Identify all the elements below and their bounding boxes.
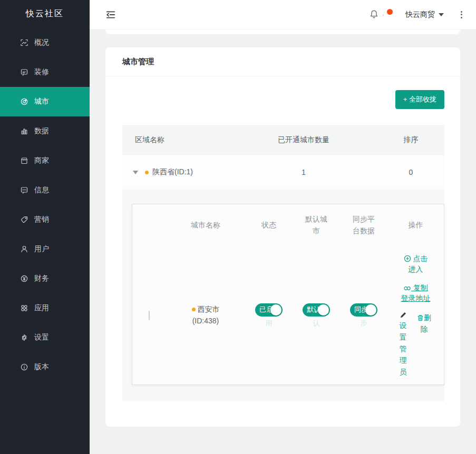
sidebar-item-label: 数据: [34, 126, 49, 136]
main-area: · 快云商贸 城市管理 + 全部收拢: [90, 0, 476, 454]
page-content: 城市管理 + 全部收拢 区域名称 已开通城市数量 排序: [90, 29, 476, 454]
sidebar-item-finance[interactable]: 财务: [0, 264, 90, 293]
city-table-header: 城市名称 状态 默认城市 同步平台数据 操作: [132, 204, 444, 246]
actions-bottom-row: 设置管理员 删除: [399, 312, 433, 378]
pencil-icon: [400, 312, 406, 319]
account-dropdown[interactable]: 快云商贸: [405, 10, 444, 19]
column-status: 状态: [261, 220, 276, 231]
default-city-switch-wrap: 默认 认: [303, 303, 330, 328]
sidebar-item-label: 应用: [34, 303, 49, 313]
notification-bell-icon[interactable]: [369, 9, 379, 19]
sidebar: 快云社区 概况 装修 城市 数据 商家: [0, 0, 90, 454]
region-table-header: 区域名称 已开通城市数量 排序: [122, 125, 444, 155]
user-icon: [20, 245, 28, 253]
more-options-icon[interactable]: [459, 9, 464, 21]
region-status-dot: [145, 171, 149, 174]
column-sync-platform: 同步平台数据: [352, 214, 376, 236]
scrolled-card-remnant: [105, 29, 460, 34]
set-admin-link[interactable]: 设置管理员: [399, 312, 407, 378]
card-body: + 全部收拢 区域名称 已开通城市数量 排序: [105, 76, 460, 401]
link-icon: [403, 285, 411, 291]
region-row: 陕西省(ID:1) 1 0: [122, 155, 444, 189]
toolbar: + 全部收拢: [122, 90, 444, 109]
settings-icon: [20, 333, 28, 342]
status-switch-wrap: 已启 用: [255, 303, 283, 328]
chevron-down-icon: [439, 13, 444, 16]
sidebar-item-label: 版本: [34, 362, 49, 372]
sidebar-item-version[interactable]: 版本: [0, 352, 90, 382]
actions-cell: 点击 进入 复制 登录地址: [398, 253, 434, 378]
topbar-right: · 快云商贸: [369, 9, 464, 21]
marketing-icon: [20, 215, 28, 224]
decorate-icon: [20, 68, 28, 76]
default-switch-wrapped-text: 认: [313, 319, 320, 328]
message-icon: [20, 186, 28, 194]
sidebar-item-label: 设置: [34, 333, 49, 342]
region-table: 区域名称 已开通城市数量 排序 陕西省(ID:1) 1 0: [122, 125, 444, 401]
column-actions: 操作: [409, 220, 423, 231]
sidebar-item-label: 信息: [34, 185, 49, 195]
status-switch[interactable]: 已启: [255, 303, 283, 317]
data-icon: [20, 127, 28, 135]
city-management-card: 城市管理 + 全部收拢 区域名称 已开通城市数量 排序: [105, 47, 460, 427]
region-name: 陕西省(ID:1): [152, 167, 193, 177]
switch-knob: [270, 304, 281, 315]
separator-dot: ·: [382, 11, 384, 18]
column-opened-city-count: 已开通城市数量: [230, 135, 377, 145]
sidebar-item-settings[interactable]: 设置: [0, 323, 90, 352]
sidebar-item-label: 城市: [34, 97, 49, 106]
sidebar-item-data[interactable]: 数据: [0, 116, 90, 146]
copy-login-url-link[interactable]: 复制 登录地址: [398, 282, 434, 304]
version-icon: [20, 363, 28, 371]
sidebar-item-label: 概况: [34, 38, 49, 47]
sidebar-item-label: 用户: [34, 244, 49, 254]
region-opened-count: 1: [230, 168, 377, 176]
page-title: 城市管理: [122, 57, 154, 67]
sidebar-item-city[interactable]: 城市: [0, 87, 90, 116]
city-table-panel: 城市名称 状态 默认城市 同步平台数据 操作 西安市: [132, 204, 444, 385]
status-switch-wrapped-text: 用: [266, 319, 273, 328]
finance-icon: [20, 274, 28, 283]
sidebar-item-user[interactable]: 用户: [0, 234, 90, 264]
switch-knob: [318, 304, 329, 315]
enter-city-link[interactable]: 点击 进入: [399, 253, 433, 275]
app-logo: 快云社区: [0, 0, 90, 28]
sidebar-item-marketing[interactable]: 营销: [0, 205, 90, 234]
sidebar-item-label: 装修: [34, 67, 49, 77]
expand-caret-icon[interactable]: [133, 171, 138, 174]
overview-icon: [20, 38, 28, 47]
collapse-all-button[interactable]: + 全部收拢: [395, 90, 444, 109]
column-sort: 排序: [377, 135, 444, 145]
sidebar-item-overview[interactable]: 概况: [0, 28, 90, 57]
city-icon: [20, 97, 28, 106]
expanded-region: 城市名称 状态 默认城市 同步平台数据 操作 西安市: [122, 189, 444, 401]
sidebar-item-label: 营销: [34, 215, 49, 224]
circle-plus-icon: [404, 255, 411, 262]
sidebar-item-apps[interactable]: 应用: [0, 293, 90, 323]
card-header: 城市管理: [105, 47, 460, 76]
city-status-dot: [192, 308, 196, 311]
sidebar-item-label: 财务: [34, 274, 49, 283]
merchant-icon: [20, 156, 28, 165]
region-sort-value: 0: [377, 168, 444, 176]
sidebar-item-decorate[interactable]: 装修: [0, 57, 90, 87]
city-id: (ID:438): [192, 315, 220, 327]
city-name: 西安市: [198, 305, 220, 313]
switch-knob: [365, 304, 376, 315]
column-default-city: 默认城市: [304, 214, 328, 236]
app-root: 快云社区 概况 装修 城市 数据 商家: [0, 0, 476, 454]
menu-fold-icon[interactable]: [105, 9, 116, 20]
delete-link[interactable]: 删除: [416, 312, 433, 335]
sidebar-item-message[interactable]: 信息: [0, 175, 90, 205]
city-row: 西安市 (ID:438) 已启 用: [132, 246, 444, 384]
trash-icon: [417, 314, 424, 321]
sidebar-nav: 概况 装修 城市 数据 商家 信息: [0, 28, 90, 382]
sync-switch-wrapped-text: 步: [361, 319, 367, 328]
sync-platform-switch-wrap: 同步 步: [350, 303, 377, 328]
default-city-switch[interactable]: 默认: [303, 303, 330, 317]
sidebar-item-merchant[interactable]: 商家: [0, 146, 90, 175]
city-row-checkbox[interactable]: [149, 311, 150, 320]
city-name-cell: 西安市 (ID:438): [192, 304, 220, 327]
topbar: · 快云商贸: [90, 0, 476, 29]
sync-platform-switch[interactable]: 同步: [350, 303, 377, 317]
